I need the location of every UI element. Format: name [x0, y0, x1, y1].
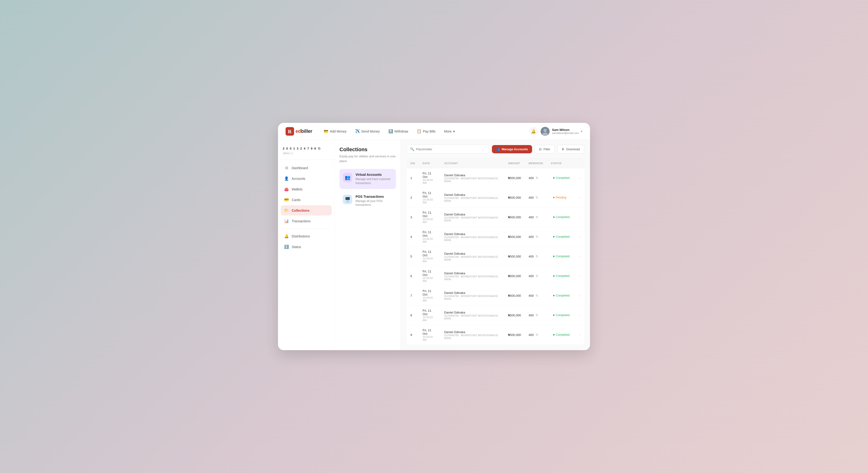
- add-money-icon: 💳: [323, 129, 328, 133]
- manage-accounts-label: Manage Accounts: [502, 148, 528, 151]
- cell-action: ›: [576, 227, 584, 247]
- filter-button[interactable]: ⊟ Filter: [534, 145, 555, 154]
- toolbar-actions: 👥 Manage Accounts ⊟ Filter ⬇ Download: [492, 145, 584, 154]
- user-email: samwilson@email.com: [552, 132, 579, 134]
- cell-sn: 3: [407, 208, 419, 227]
- cell-account: Daniel Odinaka 0123456789 · MONIEPOINT M…: [440, 227, 504, 247]
- download-button[interactable]: ⬇ Download: [557, 145, 584, 154]
- avatar-image: [540, 127, 550, 136]
- jban-label: JBAN ⓘ: [283, 152, 330, 155]
- manage-accounts-button[interactable]: 👥 Manage Accounts: [492, 145, 532, 153]
- body-layout: 2 0 0 1 3 2 4 7 9 8 ⧉ JBAN ⓘ ⊙ Dashboard…: [278, 140, 590, 350]
- header: R edbiller 💳 Add Money ✈️ Send Money ⬆️ …: [278, 123, 590, 140]
- row-arrow-icon[interactable]: ›: [579, 215, 581, 219]
- sidebar-item-status[interactable]: ℹ️ Status: [281, 242, 332, 252]
- refresh-icon[interactable]: ↻: [536, 254, 538, 258]
- row-arrow-icon[interactable]: ›: [579, 313, 581, 317]
- cell-amount: ₦500,000: [504, 208, 525, 227]
- sidebar-item-accounts[interactable]: 👤 Accounts: [281, 174, 332, 184]
- cell-date: Fri, 11 Oct 10:34:03 AM: [419, 188, 440, 208]
- sub-menu-virtual-accounts[interactable]: 👥 Virtual Accounts Manage and track cust…: [339, 169, 396, 189]
- refresh-icon[interactable]: ↻: [536, 274, 538, 278]
- copy-icon[interactable]: ⧉: [318, 147, 321, 151]
- sidebar-item-dashboard[interactable]: ⊙ Dashboard: [281, 163, 332, 173]
- main-toolbar: 🔍 👥 Manage Accounts ⊟ Filter: [401, 140, 590, 159]
- withdraw-label: Withdraw: [395, 129, 408, 133]
- row-arrow-icon[interactable]: ›: [579, 333, 581, 337]
- status-dot: [553, 216, 555, 218]
- dashboard-icon: ⊙: [284, 166, 289, 170]
- cell-account: Daniel Odinaka 0123456789 · MONIEPOINT M…: [440, 266, 504, 286]
- status-dot: [553, 314, 555, 316]
- cell-account: Daniel Odinaka 0123456789 · MONIEPOINT M…: [440, 325, 504, 345]
- row-arrow-icon[interactable]: ›: [579, 274, 581, 278]
- cell-date: Fri, 11 Oct 10:34:03 AM: [419, 286, 440, 306]
- account-id: 2 0 0 1 3 2 4 7 9 8 ⧉: [283, 147, 330, 151]
- sidebar-item-collections[interactable]: 📁 Collections: [281, 205, 332, 216]
- search-input[interactable]: [416, 148, 486, 151]
- cell-date: Fri, 11 Oct 10:34:03 AM: [419, 325, 440, 345]
- row-arrow-icon[interactable]: ›: [579, 196, 581, 199]
- sidebar-item-transactions[interactable]: 📊 Transactions: [281, 216, 332, 226]
- cell-account: Daniel Odinaka 0123456789 · MONIEPOINT M…: [440, 168, 504, 188]
- cell-action: ›: [576, 208, 584, 227]
- refresh-icon[interactable]: ↻: [536, 176, 538, 180]
- table-row: 2 Fri, 11 Oct 10:34:03 AM Daniel Odinaka…: [407, 188, 584, 208]
- col-action: [576, 159, 584, 168]
- table-row: 4 Fri, 11 Oct 10:34:03 AM Daniel Odinaka…: [407, 227, 584, 247]
- virtual-accounts-text: Virtual Accounts Manage and track custom…: [355, 173, 393, 185]
- pay-bills-label: Pay Bills: [423, 129, 436, 133]
- cell-account: Daniel Odinaka 0123456789 · MONIEPOINT M…: [440, 306, 504, 325]
- cell-date: Fri, 11 Oct 10:34:03 AM: [419, 306, 440, 325]
- app-window: R edbiller 💳 Add Money ✈️ Send Money ⬆️ …: [278, 123, 590, 350]
- collections-icon: 📁: [284, 208, 289, 213]
- filter-label: Filter: [544, 148, 550, 151]
- table-row: 8 Fri, 11 Oct 10:34:03 AM Daniel Odinaka…: [407, 306, 584, 325]
- sub-menu-pos-transactions[interactable]: 🖥️ POS Transactions Manage all your POS …: [339, 191, 396, 211]
- table-row: 6 Fri, 11 Oct 10:34:03 AM Daniel Odinaka…: [407, 266, 584, 286]
- cell-amount: ₦500,000: [504, 188, 525, 208]
- refresh-icon[interactable]: ↻: [536, 313, 538, 317]
- col-sn: S/N: [407, 159, 419, 168]
- header-right: 🔔 Sam Wilson samwilson@email.com ▾: [529, 127, 583, 136]
- sidebar-item-cards[interactable]: 💳 Cards: [281, 195, 332, 205]
- logo: R edbiller: [285, 127, 312, 136]
- add-money-button[interactable]: 💳 Add Money: [320, 127, 350, 135]
- cell-date: Fri, 11 Oct 10:34:03 AM: [419, 247, 440, 266]
- add-money-label: Add Money: [330, 129, 346, 133]
- refresh-icon[interactable]: ↻: [536, 333, 538, 337]
- filter-icon: ⊟: [539, 148, 541, 151]
- search-box[interactable]: 🔍: [407, 145, 489, 154]
- pay-bills-button[interactable]: 📋 Pay Bills: [413, 127, 439, 135]
- main-area: 🔍 👥 Manage Accounts ⊟ Filter: [401, 140, 590, 350]
- download-icon: ⬇: [562, 148, 564, 151]
- refresh-icon[interactable]: ↻: [536, 294, 538, 297]
- user-details: Sam Wilson samwilson@email.com: [552, 128, 579, 134]
- withdraw-icon: ⬆️: [389, 129, 393, 133]
- jban-info-icon: ⓘ: [290, 152, 293, 155]
- row-arrow-icon[interactable]: ›: [579, 176, 581, 180]
- user-menu[interactable]: Sam Wilson samwilson@email.com ▾: [540, 127, 583, 136]
- status-dot: [553, 295, 555, 296]
- sidebar-item-distributions[interactable]: 🔔 Distributions: [281, 231, 332, 241]
- refresh-icon[interactable]: ↻: [536, 196, 538, 199]
- cell-status: Completed: [547, 247, 576, 266]
- cell-webhook: 400 ↻: [525, 227, 547, 247]
- status-badge: Completed: [551, 332, 572, 337]
- row-arrow-icon[interactable]: ›: [579, 235, 581, 239]
- refresh-icon[interactable]: ↻: [536, 215, 538, 219]
- row-arrow-icon[interactable]: ›: [579, 294, 581, 297]
- send-money-button[interactable]: ✈️ Send Money: [351, 127, 384, 135]
- cell-webhook: 400 ↻: [525, 168, 547, 188]
- withdraw-button[interactable]: ⬆️ Withdraw: [384, 127, 412, 135]
- refresh-icon[interactable]: ↻: [536, 235, 538, 239]
- status-badge: Completed: [551, 215, 572, 220]
- table-row: 5 Fri, 11 Oct 10:34:03 AM Daniel Odinaka…: [407, 247, 584, 266]
- row-arrow-icon[interactable]: ›: [579, 254, 581, 258]
- sidebar-item-wallets[interactable]: 👛 Wallets: [281, 184, 332, 194]
- cell-amount: ₦500,000: [504, 306, 525, 325]
- notification-icon[interactable]: 🔔: [529, 127, 538, 136]
- more-button[interactable]: More ▾: [440, 128, 459, 135]
- status-badge: Completed: [551, 175, 572, 181]
- content-panel: Collections Easily pay for utilities and…: [335, 140, 590, 350]
